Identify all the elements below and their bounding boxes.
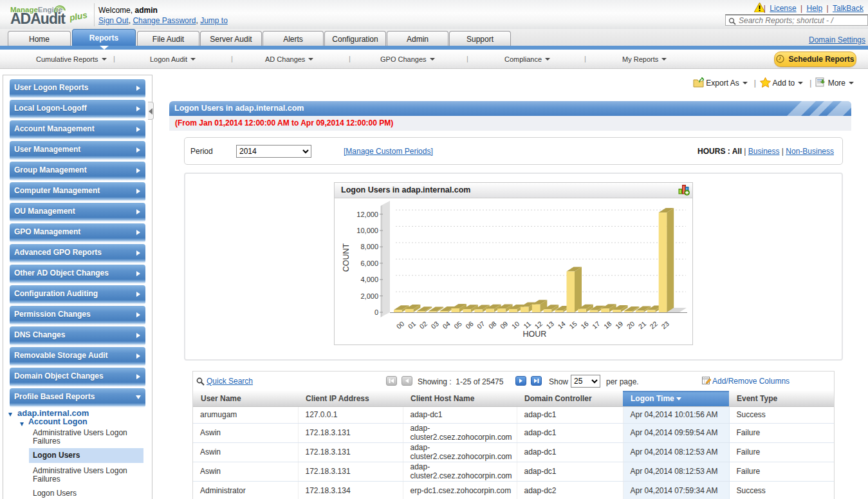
svg-text:23: 23 — [660, 319, 670, 330]
svg-text:10: 10 — [510, 319, 521, 330]
svg-text:8,000: 8,000 — [360, 243, 378, 250]
svg-text:08: 08 — [487, 319, 498, 330]
svg-text:11: 11 — [522, 319, 532, 330]
svg-text:07: 07 — [476, 319, 486, 330]
svg-text:09: 09 — [499, 319, 510, 330]
svg-text:COUNT: COUNT — [342, 243, 351, 272]
svg-text:19: 19 — [614, 319, 625, 330]
svg-text:20: 20 — [625, 319, 636, 330]
svg-text:13: 13 — [544, 319, 555, 330]
svg-text:HOUR: HOUR — [523, 330, 547, 339]
svg-text:17: 17 — [591, 319, 602, 330]
svg-text:10,000: 10,000 — [356, 227, 378, 234]
svg-text:22: 22 — [648, 319, 659, 330]
svg-text:21: 21 — [637, 319, 648, 330]
svg-text:14: 14 — [556, 319, 567, 330]
svg-text:2,000: 2,000 — [360, 292, 378, 300]
svg-text:03: 03 — [429, 319, 440, 330]
svg-text:01: 01 — [407, 319, 418, 330]
svg-text:16: 16 — [579, 319, 590, 330]
svg-text:05: 05 — [452, 319, 463, 330]
svg-text:6,000: 6,000 — [360, 259, 378, 267]
svg-text:02: 02 — [418, 319, 429, 330]
svg-text:00: 00 — [395, 319, 406, 330]
svg-text:15: 15 — [568, 319, 578, 330]
svg-text:06: 06 — [464, 319, 475, 330]
svg-text:04: 04 — [441, 319, 452, 330]
svg-text:18: 18 — [602, 319, 613, 330]
svg-text:4,000: 4,000 — [360, 276, 378, 283]
svg-text:12: 12 — [533, 319, 544, 330]
svg-text:0: 0 — [374, 308, 378, 316]
svg-text:12,000: 12,000 — [356, 211, 378, 218]
